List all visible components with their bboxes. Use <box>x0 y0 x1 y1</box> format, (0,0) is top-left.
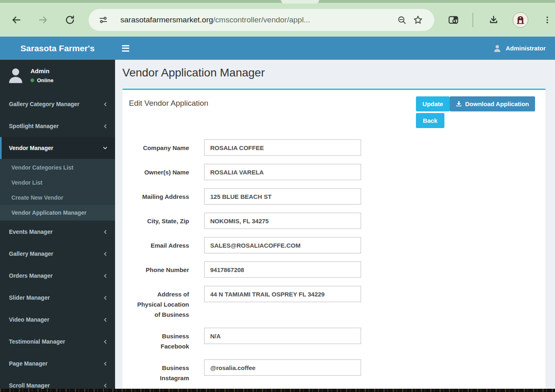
business-instagram-input[interactable] <box>204 359 361 376</box>
window-top-edge <box>0 0 555 3</box>
reload-icon <box>65 15 75 25</box>
card-header: Edit Vendor Application Update <box>122 90 546 131</box>
business-facebook-input[interactable] <box>204 328 361 344</box>
sidebar-subitem-vendor-applicaton-manager[interactable]: Vendor Applicaton Manager <box>0 205 115 220</box>
sidebar-item-events-manager[interactable]: Events Manager <box>0 221 115 243</box>
user-avatar-icon <box>6 66 25 85</box>
sidebar-item-page-manager[interactable]: Page Manager <box>0 353 115 375</box>
sidebar-item-label: Vendor Manager <box>9 145 53 151</box>
user-status[interactable]: Online <box>30 77 53 83</box>
side-panel-search-icon <box>448 14 459 26</box>
phone-number-input[interactable] <box>204 261 361 278</box>
chevron-left-icon <box>103 273 108 279</box>
zoom-out-icon <box>397 15 407 25</box>
form-row: Owner(s) Name <box>135 164 546 180</box>
sidebar-item-vendor-manager[interactable]: Vendor Manager <box>0 137 115 159</box>
owner-s-name-input[interactable] <box>204 164 361 180</box>
sidebar-item-slider-manager[interactable]: Slider Manager <box>0 287 115 309</box>
company-name-input[interactable] <box>204 139 361 156</box>
online-status-dot <box>30 78 34 82</box>
mailing-address-input[interactable] <box>204 188 361 205</box>
browser-forward-button[interactable] <box>33 10 53 30</box>
sidebar-item-label: Gallery Category Manager <box>9 101 80 107</box>
back-button[interactable]: Back <box>416 113 444 128</box>
profile-avatar-graphic <box>514 14 527 26</box>
sidebar-submenu: Vendor Categories ListVendor ListCreate … <box>0 159 115 221</box>
profile-button[interactable] <box>512 12 529 28</box>
sidebar-toggle-button[interactable] <box>122 39 140 57</box>
bookmark-button[interactable] <box>410 12 426 28</box>
field-label: Address of Physical Location of Business <box>135 286 189 320</box>
sidebar-subitem-label: Vendor Applicaton Manager <box>11 209 87 216</box>
sidebar-item-spotlight-manager[interactable]: Spotlight Manager <box>0 115 115 137</box>
sidebar-item-label: Page Manager <box>9 360 48 367</box>
city-state-zip-input[interactable] <box>204 213 361 229</box>
edit-application-card: Edit Vendor Application Update <box>122 89 546 392</box>
form-row: Phone Number <box>135 261 546 278</box>
content-area: Vendor Application Manager Edit Vendor A… <box>115 60 555 392</box>
screen: sarasotafarmersmarket.org/cmscontroller/… <box>0 0 555 392</box>
sidebar-item-gallery-manager[interactable]: Gallery Manager <box>0 243 115 265</box>
update-button[interactable]: Update <box>416 96 450 111</box>
url-text: sarasotafarmersmarket.org/cmscontroller/… <box>120 15 394 24</box>
sidebar-subitem-label: Vendor List <box>11 179 42 186</box>
chevron-left-icon <box>103 295 108 301</box>
sidebar-item-video-manager[interactable]: Video Manager <box>0 309 115 331</box>
chevron-left-icon <box>103 339 108 344</box>
back-button-label: Back <box>423 117 437 124</box>
user-panel: Admin Online <box>0 60 115 93</box>
field-label: City, State, Zip <box>135 213 189 229</box>
vendor-form: Company NameOwner(s) NameMailing Address… <box>122 131 546 392</box>
browser-toolbar: sarasotafarmersmarket.org/cmscontroller/… <box>0 3 555 37</box>
user-info: Admin Online <box>30 68 53 83</box>
sidebar-subitem-vendor-categories-list[interactable]: Vendor Categories List <box>0 160 115 175</box>
field-label: Mailing Address <box>135 188 189 205</box>
field-label: Phone Number <box>135 261 189 278</box>
sidebar: Sarasota Farmer's Admin Online Gallery C… <box>0 37 115 392</box>
field-label: Business Instagram <box>135 359 189 383</box>
sidebar-item-testimonial-manager[interactable]: Testimonial Manager <box>0 331 115 353</box>
download-icon <box>488 15 499 25</box>
sidebar-item-orders-manager[interactable]: Orders Manager <box>0 265 115 287</box>
url-domain: sarasotafarmersmarket.org <box>120 15 213 24</box>
download-icon <box>456 101 462 107</box>
url-bar[interactable]: sarasotafarmersmarket.org/cmscontroller/… <box>89 9 434 31</box>
email-adress-input[interactable] <box>204 237 361 253</box>
field-label: Company Name <box>135 139 189 156</box>
sidebar-item-gallery-category-manager[interactable]: Gallery Category Manager <box>0 93 115 115</box>
sidebar-subitem-create-new-vendor[interactable]: Create New Vendor <box>0 190 115 205</box>
sidebar-subitem-label: Vendor Categories List <box>11 164 73 171</box>
user-icon <box>493 44 502 53</box>
sidebar-subitem-vendor-list[interactable]: Vendor List <box>0 175 115 190</box>
sidebar-item-label: Video Manager <box>9 316 49 323</box>
side-panel-search-button[interactable] <box>444 10 463 30</box>
navbar-user-menu[interactable]: Administrator <box>493 44 546 53</box>
downloads-button[interactable] <box>484 10 503 30</box>
brand-logo[interactable]: Sarasota Farmer's <box>0 37 115 60</box>
zoom-level-button[interactable] <box>394 12 410 28</box>
three-dot-menu-icon <box>543 15 552 24</box>
chevron-down-icon <box>102 146 108 150</box>
form-row: Business Facebook <box>135 328 546 351</box>
profile-avatar <box>513 12 528 28</box>
download-application-button[interactable]: Download Application <box>450 96 535 111</box>
chevron-left-icon <box>103 229 108 235</box>
browser-back-button[interactable] <box>7 10 26 30</box>
url-path: /cmscontroller/vendor/appl... <box>213 15 310 24</box>
browser-reload-button[interactable] <box>60 10 80 30</box>
update-button-label: Update <box>422 100 443 107</box>
sidebar-subitem-label: Create New Vendor <box>11 194 63 201</box>
address-of-physical-location-of-business-input[interactable] <box>204 286 361 302</box>
sidebar-item-label: Spotlight Manager <box>9 123 59 129</box>
chevron-left-icon <box>103 361 108 366</box>
user-name: Admin <box>30 68 53 74</box>
sidebar-item-label: Slider Manager <box>9 294 50 301</box>
browser-menu-button[interactable] <box>538 10 555 30</box>
chevron-left-icon <box>103 102 108 107</box>
sidebar-item-label: Events Manager <box>9 229 52 235</box>
form-row: Company Name <box>135 139 546 156</box>
site-settings-button[interactable] <box>95 12 111 28</box>
bottom-window-edge <box>0 389 555 392</box>
browser-chrome: sarasotafarmersmarket.org/cmscontroller/… <box>0 0 555 37</box>
back-arrow-icon <box>11 15 22 25</box>
